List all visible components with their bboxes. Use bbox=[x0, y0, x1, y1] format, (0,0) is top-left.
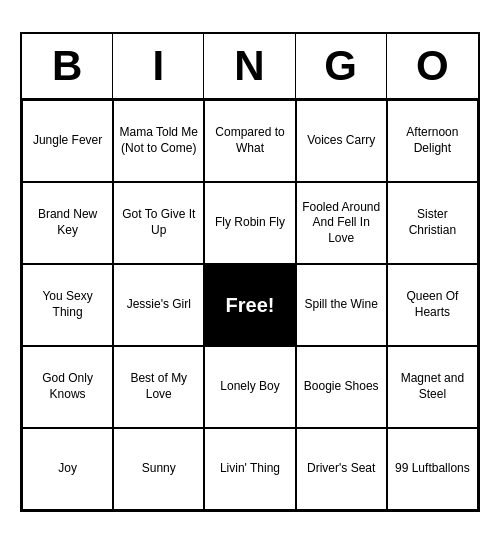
bingo-cell-13[interactable]: Spill the Wine bbox=[296, 264, 387, 346]
bingo-cell-23[interactable]: Driver's Seat bbox=[296, 428, 387, 510]
bingo-cell-3[interactable]: Voices Carry bbox=[296, 100, 387, 182]
bingo-cell-2[interactable]: Compared to What bbox=[204, 100, 295, 182]
bingo-cell-16[interactable]: Best of My Love bbox=[113, 346, 204, 428]
bingo-cell-19[interactable]: Magnet and Steel bbox=[387, 346, 478, 428]
bingo-cell-7[interactable]: Fly Robin Fly bbox=[204, 182, 295, 264]
bingo-cell-18[interactable]: Boogie Shoes bbox=[296, 346, 387, 428]
bingo-cell-0[interactable]: Jungle Fever bbox=[22, 100, 113, 182]
bingo-cell-9[interactable]: Sister Christian bbox=[387, 182, 478, 264]
bingo-cell-15[interactable]: God Only Knows bbox=[22, 346, 113, 428]
bingo-letter-b: B bbox=[22, 34, 113, 98]
bingo-cell-21[interactable]: Sunny bbox=[113, 428, 204, 510]
bingo-letter-o: O bbox=[387, 34, 478, 98]
bingo-cell-14[interactable]: Queen Of Hearts bbox=[387, 264, 478, 346]
bingo-cell-22[interactable]: Livin' Thing bbox=[204, 428, 295, 510]
bingo-cell-11[interactable]: Jessie's Girl bbox=[113, 264, 204, 346]
bingo-cell-17[interactable]: Lonely Boy bbox=[204, 346, 295, 428]
bingo-header: BINGO bbox=[22, 34, 478, 100]
bingo-letter-g: G bbox=[296, 34, 387, 98]
bingo-cell-24[interactable]: 99 Luftballons bbox=[387, 428, 478, 510]
free-space[interactable]: Free! bbox=[204, 264, 295, 346]
bingo-cell-1[interactable]: Mama Told Me (Not to Come) bbox=[113, 100, 204, 182]
bingo-cell-8[interactable]: Fooled Around And Fell In Love bbox=[296, 182, 387, 264]
bingo-cell-5[interactable]: Brand New Key bbox=[22, 182, 113, 264]
bingo-cell-4[interactable]: Afternoon Delight bbox=[387, 100, 478, 182]
bingo-cell-10[interactable]: You Sexy Thing bbox=[22, 264, 113, 346]
bingo-grid: Jungle FeverMama Told Me (Not to Come)Co… bbox=[22, 100, 478, 510]
bingo-cell-6[interactable]: Got To Give It Up bbox=[113, 182, 204, 264]
bingo-letter-n: N bbox=[204, 34, 295, 98]
bingo-letter-i: I bbox=[113, 34, 204, 98]
bingo-cell-20[interactable]: Joy bbox=[22, 428, 113, 510]
bingo-card: BINGO Jungle FeverMama Told Me (Not to C… bbox=[20, 32, 480, 512]
